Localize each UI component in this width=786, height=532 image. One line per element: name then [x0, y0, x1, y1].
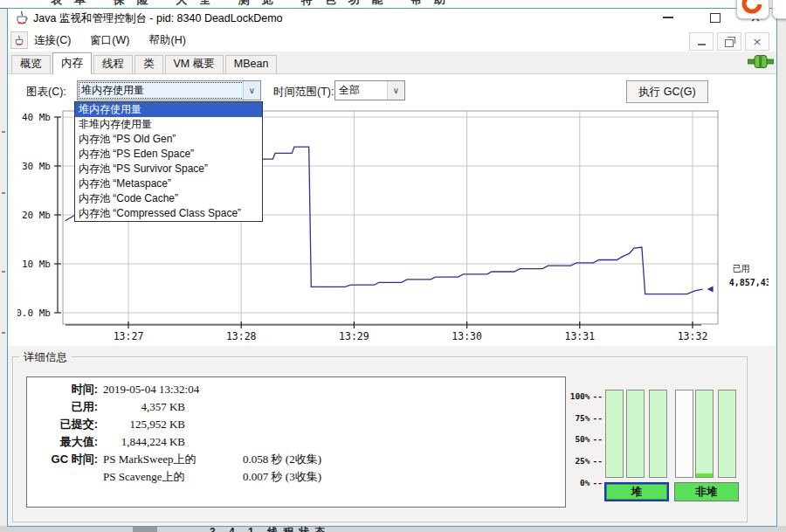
memory-pool-bar [605, 390, 624, 478]
tab[interactable]: VM 概要 [165, 55, 224, 73]
y-axis-tick-label: 0.0 Mb [17, 307, 51, 319]
dropdown-option[interactable]: 堆内存使用量 [75, 102, 262, 117]
maximize-icon [710, 13, 720, 23]
chart-select-dropdown: 堆内存使用量非堆内存使用量内存池 “PS Old Gen”内存池 “PS Ede… [74, 101, 263, 222]
tab-bar: 概览内存线程类VM 概要MBean [8, 52, 776, 74]
floating-tool-button-2[interactable] [772, 0, 786, 19]
chart-select[interactable]: 堆内存使用量 ∨ [77, 80, 261, 100]
window-maximize-button[interactable] [702, 9, 728, 26]
background-document-text: 3.4.1 线程状态 [210, 526, 330, 532]
legend-label: 已用 [733, 264, 750, 273]
memory-pool-bar [675, 390, 693, 478]
chevron-down-icon[interactable]: ∨ [387, 81, 404, 100]
minimize-icon [698, 44, 706, 45]
background-fragment-block [133, 527, 157, 532]
pool-used-fill [696, 473, 713, 477]
chart-select-value: 堆内存使用量 [81, 81, 144, 100]
pool-committed-fill [627, 390, 644, 477]
window-title: Java 监视和管理控制台 - pid: 8340 DeadLockDemo [33, 11, 283, 26]
pool-committed-fill [719, 390, 735, 477]
mdi-close-button[interactable]: × [745, 32, 769, 51]
memory-pool-bar [695, 390, 714, 478]
window-minimize-button[interactable] [655, 9, 681, 26]
chevron-down-icon[interactable]: ∨ [243, 81, 260, 100]
perform-gc-button[interactable]: 执行 GC(G) [626, 80, 708, 103]
x-axis-tick-label: 13:29 [339, 330, 369, 342]
menu-item[interactable]: 帮助(H) [146, 32, 188, 49]
memory-pool-bar [718, 390, 736, 478]
time-range-label: 时间范围(T): [273, 85, 334, 100]
pool-buttons: 堆非堆 [0, 482, 786, 503]
mdi-window-icon [10, 31, 28, 49]
pool-committed-fill [696, 390, 713, 477]
mdi-minimize-button[interactable] [689, 32, 714, 51]
dropdown-option[interactable]: 非堆内存使用量 [75, 117, 262, 132]
y-axis-tick-label: 30 Mb [22, 161, 51, 172]
memory-pool-bars [0, 390, 786, 479]
time-range-value: 全部 [339, 81, 360, 100]
dropdown-option[interactable]: 内存池 “Metaspace” [75, 176, 262, 191]
chart-select-label: 图表(C): [26, 85, 66, 100]
close-icon: × [753, 36, 762, 47]
tab[interactable]: 线程 [93, 55, 133, 73]
background-menu-text: 表单 保险 大全 测览 特色功能 帮助 [51, 0, 458, 8]
menu-item[interactable]: 窗口(W) [87, 32, 132, 49]
time-range-select[interactable]: 全部 ∨ [334, 80, 405, 100]
x-axis-tick-label: 13:31 [564, 330, 595, 342]
pool-toggle-button[interactable]: 非堆 [674, 482, 739, 501]
tab[interactable]: 类 [134, 55, 163, 73]
menu-item[interactable]: 连接(C) [31, 32, 73, 49]
dropdown-option[interactable]: 内存池 “Code Cache” [75, 191, 262, 206]
menu-bar: 连接(C)窗口(W)帮助(H) [31, 31, 189, 49]
tab[interactable]: 概览 [11, 55, 51, 73]
background-bottom-strip: 3.4.1 线程状态 [0, 526, 786, 532]
dropdown-option[interactable]: 内存池 “Compressed Class Space” [75, 206, 262, 221]
tab[interactable]: 内存 [52, 52, 92, 74]
x-axis-tick-label: 13:27 [114, 330, 144, 342]
y-axis-tick-label: 20 Mb [22, 210, 51, 221]
minimize-icon [663, 17, 673, 18]
java-icon [15, 10, 29, 25]
mdi-restore-button[interactable] [717, 32, 741, 51]
pool-committed-fill [650, 390, 666, 477]
connection-status-icon [748, 54, 774, 73]
details-group-title: 详细信息 [19, 350, 72, 365]
y-axis-tick-label: 10 Mb [22, 259, 51, 270]
pool-committed-fill [606, 390, 623, 477]
screen: 表单 保险 大全 测览 特色功能 帮助 3.4.1 线程状态 Java 监视和管… [0, 0, 786, 532]
legend-value: 4,857,432 [729, 278, 769, 287]
pool-toggle-button[interactable]: 堆 [604, 482, 669, 501]
y-axis-tick-label: 40 Mb [22, 112, 51, 123]
restore-icon [725, 39, 734, 47]
floating-tool-button[interactable] [736, 0, 769, 19]
dropdown-option[interactable]: 内存池 “PS Old Gen” [75, 132, 262, 147]
tab[interactable]: MBean [225, 55, 278, 73]
memory-pool-bar [626, 390, 645, 478]
x-axis-tick-label: 13:32 [678, 330, 708, 342]
dropdown-option[interactable]: 内存池 “PS Eden Space” [75, 147, 262, 162]
memory-pool-bar [649, 390, 667, 478]
x-axis-tick-label: 13:30 [452, 330, 482, 342]
orange-logo-icon [737, 0, 769, 18]
dropdown-option[interactable]: 内存池 “PS Survivor Space” [75, 162, 262, 176]
x-axis-tick-label: 13:28 [226, 330, 257, 342]
